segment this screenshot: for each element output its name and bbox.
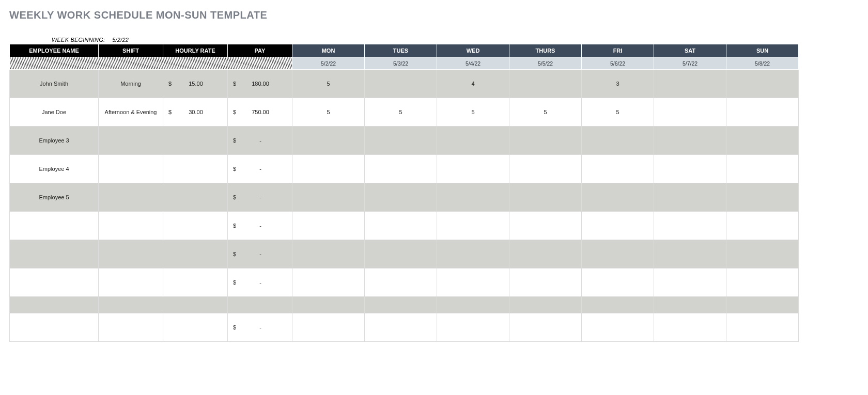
- date-wed[interactable]: 5/4/22: [437, 57, 509, 70]
- hours-cell[interactable]: [654, 98, 726, 127]
- shift-cell[interactable]: [99, 313, 163, 342]
- hours-cell[interactable]: [509, 268, 582, 297]
- employee-cell[interactable]: [10, 240, 99, 268]
- hours-cell[interactable]: [509, 155, 582, 183]
- hours-cell[interactable]: [654, 313, 726, 342]
- hours-cell[interactable]: [365, 268, 437, 297]
- hours-cell[interactable]: [582, 183, 654, 212]
- hours-cell[interactable]: [654, 297, 726, 313]
- employee-cell[interactable]: [10, 212, 99, 240]
- hours-cell[interactable]: [654, 70, 726, 98]
- hours-cell[interactable]: 5: [365, 98, 437, 127]
- rate-cell[interactable]: [163, 127, 228, 155]
- hours-cell[interactable]: 5: [437, 98, 509, 127]
- rate-cell[interactable]: [163, 268, 228, 297]
- hours-cell[interactable]: 5: [292, 70, 365, 98]
- hours-cell[interactable]: [509, 127, 582, 155]
- hours-cell[interactable]: [292, 313, 365, 342]
- hours-cell[interactable]: [582, 268, 654, 297]
- hours-cell[interactable]: [582, 313, 654, 342]
- pay-cell[interactable]: $-: [228, 127, 292, 155]
- hours-cell[interactable]: [726, 183, 799, 212]
- hours-cell[interactable]: [365, 313, 437, 342]
- hours-cell[interactable]: [654, 212, 726, 240]
- hours-cell[interactable]: [437, 183, 509, 212]
- hours-cell[interactable]: [582, 155, 654, 183]
- employee-cell[interactable]: [10, 268, 99, 297]
- rate-cell[interactable]: [163, 183, 228, 212]
- hours-cell[interactable]: [582, 240, 654, 268]
- hours-cell[interactable]: 5: [509, 98, 582, 127]
- hours-cell[interactable]: [292, 297, 365, 313]
- date-mon[interactable]: 5/2/22: [292, 57, 365, 70]
- hours-cell[interactable]: 3: [582, 70, 654, 98]
- hours-cell[interactable]: [654, 240, 726, 268]
- rate-cell[interactable]: $15.00: [163, 70, 228, 98]
- hours-cell[interactable]: [292, 240, 365, 268]
- date-sun[interactable]: 5/8/22: [726, 57, 799, 70]
- hours-cell[interactable]: [292, 127, 365, 155]
- hours-cell[interactable]: [292, 183, 365, 212]
- hours-cell[interactable]: [726, 313, 799, 342]
- shift-cell[interactable]: [99, 155, 163, 183]
- hours-cell[interactable]: [726, 297, 799, 313]
- pay-cell[interactable]: $-: [228, 183, 292, 212]
- shift-cell[interactable]: [99, 212, 163, 240]
- hours-cell[interactable]: 4: [437, 70, 509, 98]
- shift-cell[interactable]: [99, 183, 163, 212]
- shift-cell[interactable]: Morning: [99, 70, 163, 98]
- hours-cell[interactable]: [292, 155, 365, 183]
- hours-cell[interactable]: [437, 240, 509, 268]
- shift-cell[interactable]: [99, 127, 163, 155]
- rate-cell[interactable]: [163, 212, 228, 240]
- hours-cell[interactable]: [365, 70, 437, 98]
- hours-cell[interactable]: [654, 127, 726, 155]
- hours-cell[interactable]: [582, 127, 654, 155]
- rate-cell[interactable]: [163, 297, 228, 313]
- rate-cell[interactable]: [163, 240, 228, 268]
- pay-cell[interactable]: $-: [228, 212, 292, 240]
- date-tue[interactable]: 5/3/22: [365, 57, 437, 70]
- hours-cell[interactable]: [292, 212, 365, 240]
- hours-cell[interactable]: [726, 127, 799, 155]
- hours-cell[interactable]: [365, 297, 437, 313]
- employee-cell[interactable]: John Smith: [10, 70, 99, 98]
- employee-cell[interactable]: Employee 5: [10, 183, 99, 212]
- hours-cell[interactable]: [726, 212, 799, 240]
- hours-cell[interactable]: [365, 155, 437, 183]
- hours-cell[interactable]: [509, 297, 582, 313]
- hours-cell[interactable]: [365, 183, 437, 212]
- rate-cell[interactable]: [163, 155, 228, 183]
- shift-cell[interactable]: [99, 297, 163, 313]
- employee-cell[interactable]: Jane Doe: [10, 98, 99, 127]
- hours-cell[interactable]: [365, 127, 437, 155]
- pay-cell[interactable]: $750.00: [228, 98, 292, 127]
- hours-cell[interactable]: 5: [582, 98, 654, 127]
- hours-cell[interactable]: [365, 240, 437, 268]
- hours-cell[interactable]: [509, 212, 582, 240]
- hours-cell[interactable]: [292, 268, 365, 297]
- hours-cell[interactable]: [437, 313, 509, 342]
- hours-cell[interactable]: [582, 212, 654, 240]
- hours-cell[interactable]: [654, 268, 726, 297]
- hours-cell[interactable]: [437, 212, 509, 240]
- date-sat[interactable]: 5/7/22: [654, 57, 726, 70]
- hours-cell[interactable]: [726, 98, 799, 127]
- hours-cell[interactable]: [654, 155, 726, 183]
- pay-cell[interactable]: $-: [228, 155, 292, 183]
- hours-cell[interactable]: [437, 155, 509, 183]
- date-fri[interactable]: 5/6/22: [582, 57, 654, 70]
- hours-cell[interactable]: [726, 268, 799, 297]
- hours-cell[interactable]: 5: [292, 98, 365, 127]
- rate-cell[interactable]: [163, 313, 228, 342]
- employee-cell[interactable]: [10, 313, 99, 342]
- hours-cell[interactable]: [726, 70, 799, 98]
- pay-cell[interactable]: $-: [228, 268, 292, 297]
- hours-cell[interactable]: [437, 297, 509, 313]
- hours-cell[interactable]: [509, 70, 582, 98]
- hours-cell[interactable]: [509, 240, 582, 268]
- pay-cell[interactable]: [228, 297, 292, 313]
- shift-cell[interactable]: [99, 268, 163, 297]
- pay-cell[interactable]: $-: [228, 313, 292, 342]
- rate-cell[interactable]: $30.00: [163, 98, 228, 127]
